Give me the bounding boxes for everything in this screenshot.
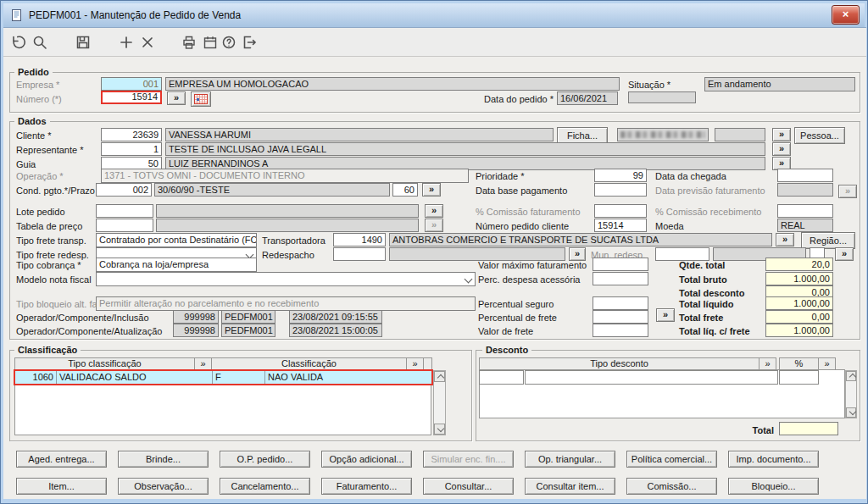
- comissao-button[interactable]: Comissão...: [626, 478, 717, 495]
- application-window: PEDFM001 - Manutenção de Pedido de Venda…: [0, 0, 868, 504]
- brinde-button[interactable]: Brinde...: [118, 451, 209, 468]
- prioridade-label: Prioridade *: [476, 170, 524, 182]
- classificacao-header-class[interactable]: Classificação: [211, 357, 407, 370]
- perc-despesa-field[interactable]: [593, 272, 648, 285]
- transportadora-code-field[interactable]: 1490: [333, 233, 386, 246]
- delete-button[interactable]: [139, 34, 156, 51]
- scroll-down-icon[interactable]: [434, 424, 445, 435]
- tabela-preco-label: Tabela de preço: [16, 220, 82, 232]
- frete-more-button[interactable]: »: [656, 308, 675, 322]
- valor-max-fat-field[interactable]: [593, 258, 648, 271]
- scroll-down-icon[interactable]: [846, 407, 856, 418]
- perc-despesa-label: Perc. despesa acessória: [478, 274, 580, 285]
- operacao-dropdown: 1371 - TOTVS OMNI - DOCUMENTO INTERNO: [101, 169, 469, 183]
- op-pedido-button[interactable]: O.P. pedido...: [220, 451, 310, 468]
- help-button[interactable]: [220, 34, 237, 51]
- cliente-code-field[interactable]: 23639: [101, 128, 162, 141]
- pedido-legend: Pedido: [14, 67, 53, 78]
- numero-field[interactable]: 15914: [101, 91, 162, 104]
- faturamento-button[interactable]: Faturamento...: [321, 478, 412, 495]
- representante-code-field[interactable]: 1: [101, 142, 162, 156]
- cond-pgto-code-field[interactable]: 002: [96, 183, 152, 197]
- simular-enc-fin-button: Simular enc. fin....: [423, 451, 514, 468]
- ficha-button[interactable]: Ficha...: [557, 127, 608, 144]
- numero-grid-button[interactable]: [191, 91, 211, 107]
- desconto-row-pct-cell[interactable]: [779, 370, 819, 385]
- numero-more-button[interactable]: »: [167, 91, 186, 105]
- redespacho-code-field[interactable]: [333, 247, 386, 261]
- cliente-more-button[interactable]: »: [772, 128, 791, 141]
- item-button[interactable]: Item...: [16, 478, 107, 495]
- cancelamento-button[interactable]: Cancelamento...: [220, 478, 310, 495]
- data-chegada-field[interactable]: [777, 169, 833, 182]
- classificacao-scrollbar[interactable]: [433, 370, 446, 435]
- data-pedido-field: 16/06/2021: [557, 91, 618, 105]
- add-button[interactable]: [118, 34, 135, 51]
- tipo-cobranca-dropdown[interactable]: Cobrança na loja/empresa: [96, 258, 257, 272]
- desconto-row-codigo-cell[interactable]: [479, 370, 524, 385]
- total-liquido-label: Total líquido: [679, 298, 734, 310]
- window-title: PEDFM001 - Manutenção de Pedido de Venda: [29, 9, 241, 21]
- bloqueio-button[interactable]: Bloqueio...: [728, 478, 819, 495]
- situacao-dropdown[interactable]: Em andamento: [704, 77, 855, 91]
- modelo-nf-dropdown[interactable]: [96, 272, 476, 286]
- cliente-name-field: VANESSA HARUMI: [165, 128, 554, 141]
- politica-comercial-button[interactable]: Política comercial...: [626, 451, 717, 468]
- save-button[interactable]: [75, 34, 92, 51]
- classificacao-header-more-2[interactable]: »: [406, 357, 424, 370]
- classificacao-selected-row[interactable]: 1060 VALIDACAO SALDO F NAO VALIDA: [14, 369, 433, 385]
- consultar-item-button[interactable]: Consultar item...: [525, 478, 615, 495]
- classificacao-row-flag[interactable]: F: [213, 371, 265, 384]
- scroll-up-icon[interactable]: [846, 371, 856, 381]
- total-bruto-label: Total bruto: [679, 274, 727, 285]
- classificacao-header-more-1[interactable]: »: [194, 357, 212, 370]
- tipo-bloqueio-label: Tipo bloqueio alt. fat.: [16, 298, 103, 310]
- desconto-header-pct[interactable]: %: [779, 357, 819, 370]
- desconto-scrollbar[interactable]: [845, 370, 857, 418]
- mun-redesp-more-button[interactable]: »: [835, 247, 854, 261]
- imp-documento-button[interactable]: Imp. documento...: [728, 451, 819, 468]
- close-button[interactable]: ×: [832, 5, 860, 25]
- scroll-up-icon[interactable]: [434, 371, 445, 382]
- observacao-button[interactable]: Observação...: [118, 478, 209, 495]
- perc-seguro-field[interactable]: [593, 296, 648, 310]
- search-button[interactable]: [31, 34, 48, 51]
- desconto-header-more-1[interactable]: »: [759, 357, 776, 370]
- desconto-legend: Desconto: [482, 345, 531, 356]
- representante-more-button[interactable]: »: [772, 142, 791, 156]
- op-triangular-button[interactable]: Op. triangular...: [525, 451, 615, 468]
- regiao-button[interactable]: Região...: [801, 232, 855, 249]
- tabela-preco-code-field[interactable]: [96, 219, 153, 232]
- num-pedido-cliente-field[interactable]: 15914: [594, 219, 647, 232]
- desconto-header-more-2[interactable]: »: [818, 357, 836, 370]
- data-base-field[interactable]: [594, 183, 647, 197]
- print-button[interactable]: [181, 34, 198, 51]
- lote-more-button[interactable]: »: [425, 204, 443, 218]
- lote-code-field[interactable]: [96, 204, 153, 218]
- pessoa-button[interactable]: Pessoa...: [794, 127, 845, 144]
- transportadora-more-button[interactable]: »: [776, 233, 794, 246]
- classificacao-row-valor[interactable]: NAO VALIDA: [265, 371, 431, 384]
- total-liq-frete-label: Total líq. c/ frete: [679, 325, 750, 337]
- cond-pgto-more-button[interactable]: »: [422, 183, 441, 197]
- aged-entrega-button[interactable]: Aged. entrega...: [16, 451, 107, 468]
- classificacao-row-tipo[interactable]: VALIDACAO SALDO: [57, 371, 213, 384]
- consultar-button[interactable]: Consultar...: [423, 478, 514, 495]
- num-pedido-cliente-label: Número pedido cliente: [476, 220, 569, 232]
- desconto-header-tipo[interactable]: Tipo desconto: [479, 357, 760, 370]
- prioridade-field[interactable]: 99: [594, 169, 647, 182]
- lote-label: Lote pedido: [16, 206, 65, 218]
- calendar-button[interactable]: [202, 34, 219, 51]
- exit-button[interactable]: [240, 34, 257, 51]
- data-previsao-more-button: »: [838, 185, 857, 198]
- perc-frete-field[interactable]: [593, 310, 648, 324]
- classificacao-header-tipo[interactable]: Tipo classificação: [14, 357, 195, 370]
- opcao-adicional-button[interactable]: Opção adicional...: [321, 451, 412, 468]
- classificacao-row-codigo[interactable]: 1060: [15, 371, 57, 384]
- cond-pgto-prazo-field[interactable]: 60: [392, 183, 418, 197]
- undo-button[interactable]: [9, 34, 26, 51]
- tipo-frete-transp-dropdown[interactable]: Contratado por conta Destinatário (FC: [96, 233, 257, 247]
- valor-frete-field[interactable]: [593, 324, 648, 337]
- tipo-frete-transp-label: Tipo frete transp.: [16, 235, 86, 246]
- desconto-row-tipo-cell[interactable]: [525, 370, 778, 385]
